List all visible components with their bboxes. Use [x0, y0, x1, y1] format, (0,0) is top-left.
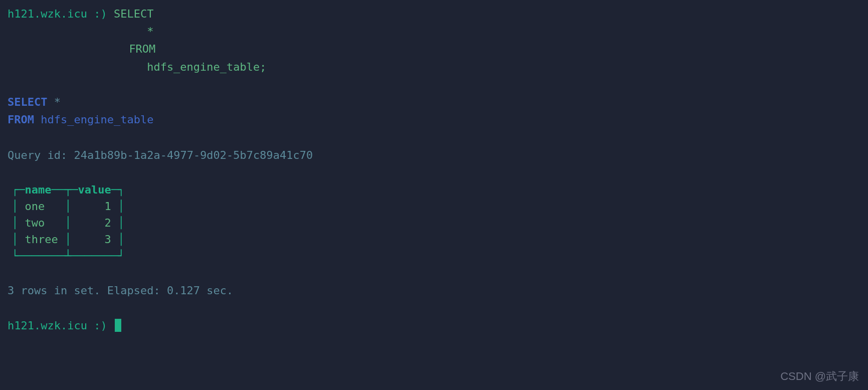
cursor-icon: [115, 319, 121, 332]
cell-value: 2: [104, 217, 111, 229]
input-star-line: *: [8, 23, 860, 40]
table-row: │ two │ 2 │: [12, 215, 860, 231]
table-name: hdfs_engine_table: [41, 113, 153, 126]
prompt-host: h121.wzk.icu :): [8, 319, 114, 332]
table-row: │ one │ 1 │: [12, 198, 860, 215]
query-id-value: 24a1b89b-1a2a-4977-9d02-5b7c89a41c70: [74, 149, 313, 161]
input-from: FROM: [129, 43, 155, 55]
col-value: value: [78, 183, 111, 196]
table-row: │ three │ 3 │: [12, 231, 860, 248]
prompt-host: h121.wzk.icu :): [8, 8, 114, 20]
input-table: hdfs_engine_table;: [147, 61, 266, 73]
watermark: CSDN @武子康: [780, 367, 859, 385]
result-table: ┌─name──┬─value─┐ │ one │ 1 │ │ two │ 2 …: [12, 181, 860, 264]
status-line: 3 rows in set. Elapsed: 0.127 sec.: [8, 282, 860, 299]
cell-value: 3: [104, 233, 111, 246]
col-name: name: [25, 183, 52, 196]
table-bottom-border: └───────┴───────┘: [12, 248, 860, 264]
input-table-line: hdfs_engine_table;: [8, 58, 860, 76]
cell-name: one: [25, 200, 45, 213]
query-id-label: Query id:: [8, 149, 67, 161]
parsed-query-line2: FROM hdfs_engine_table: [8, 111, 860, 128]
kw-select: SELECT: [8, 96, 47, 108]
input-select: SELECT: [114, 8, 153, 20]
parsed-query-line1: SELECT *: [8, 93, 860, 111]
prompt-with-input[interactable]: h121.wzk.icu :) SELECT: [8, 5, 860, 23]
table-top-border: ┌─name──┬─value─┐: [12, 181, 860, 198]
cell-name: three: [25, 233, 58, 246]
cell-name: two: [25, 217, 45, 229]
input-from-line: FROM: [8, 40, 860, 58]
input-star: *: [147, 25, 153, 38]
ready-prompt[interactable]: h121.wzk.icu :): [8, 317, 860, 334]
kw-star: *: [54, 96, 61, 108]
kw-from: FROM: [8, 113, 34, 126]
cell-value: 1: [104, 200, 111, 213]
query-id-line: Query id: 24a1b89b-1a2a-4977-9d02-5b7c89…: [8, 146, 860, 164]
